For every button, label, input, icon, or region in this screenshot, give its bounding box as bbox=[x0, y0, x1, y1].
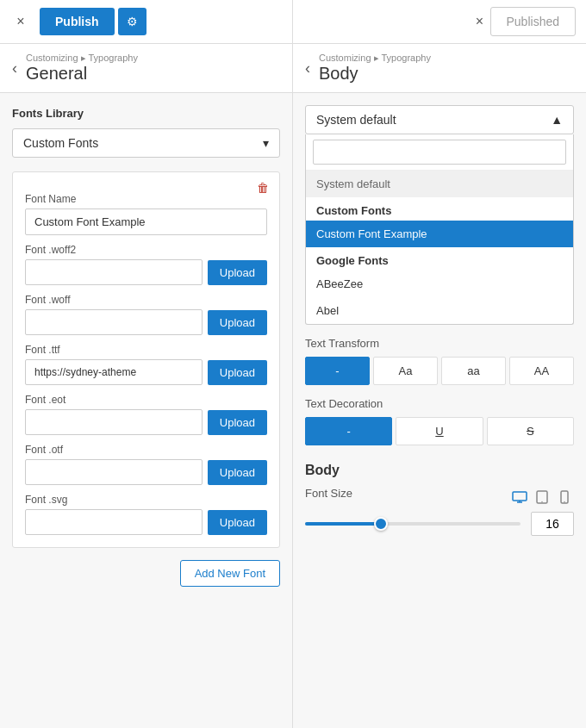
font-select-value: System default bbox=[316, 113, 396, 127]
text-decoration-label: Text Decoration bbox=[305, 397, 574, 410]
font-size-slider-row bbox=[305, 512, 574, 536]
svg-rect-0 bbox=[513, 492, 527, 501]
right-close-button[interactable]: × bbox=[470, 11, 490, 32]
right-page-title: Body bbox=[319, 64, 431, 84]
woff2-label: Font .woff2 bbox=[25, 244, 267, 256]
ttf-input[interactable] bbox=[25, 359, 203, 385]
left-panel: Fonts Library Custom Fonts ▾ 🗑 Font Name… bbox=[0, 93, 293, 728]
system-default-item[interactable]: System default bbox=[306, 171, 573, 197]
mobile-icon[interactable] bbox=[555, 488, 574, 507]
right-breadcrumb: Customizing ▸ Typography bbox=[319, 53, 431, 64]
font-select-button[interactable]: System default ▲ bbox=[305, 105, 574, 134]
font-name-input[interactable] bbox=[25, 208, 267, 235]
otf-row: Upload bbox=[25, 459, 267, 485]
right-top-bar: × Published bbox=[293, 0, 586, 43]
eot-row: Upload bbox=[25, 409, 267, 435]
svg-input[interactable] bbox=[25, 509, 203, 535]
dropdown-search-wrapper bbox=[306, 134, 573, 171]
body-section: Body Font Size bbox=[305, 463, 574, 536]
font-dropdown-panel: System default Custom Fonts Custom Font … bbox=[305, 134, 574, 325]
font-size-label: Font Size bbox=[305, 487, 352, 500]
fonts-library-title: Fonts Library bbox=[12, 107, 280, 120]
woff-label: Font .woff bbox=[25, 294, 267, 306]
add-new-font-button[interactable]: Add New Font bbox=[180, 560, 280, 587]
abeezeee-item[interactable]: ABeeZee bbox=[306, 271, 573, 297]
fonts-library-dropdown-value: Custom Fonts bbox=[23, 136, 98, 150]
transform-capitalize-button[interactable]: Aa bbox=[373, 357, 438, 385]
transform-uppercase-button[interactable]: AA bbox=[509, 357, 574, 385]
delete-icon[interactable]: 🗑 bbox=[257, 181, 269, 195]
transform-none-button[interactable]: - bbox=[305, 357, 370, 385]
publish-button[interactable]: Publish bbox=[40, 8, 115, 35]
font-size-slider[interactable] bbox=[305, 515, 521, 532]
svg-upload-button[interactable]: Upload bbox=[208, 510, 267, 535]
font-size-input[interactable] bbox=[531, 512, 574, 536]
woff2-upload-button[interactable]: Upload bbox=[208, 260, 267, 285]
ttf-row: Upload bbox=[25, 359, 267, 385]
eot-label: Font .eot bbox=[25, 394, 267, 406]
text-transform-row: - Aa aa AA bbox=[305, 357, 574, 385]
otf-upload-button[interactable]: Upload bbox=[208, 460, 267, 485]
slider-fill bbox=[305, 522, 381, 526]
chevron-down-icon: ▾ bbox=[263, 136, 269, 150]
decoration-none-button[interactable]: - bbox=[305, 417, 392, 445]
abel-item[interactable]: Abel bbox=[306, 297, 573, 324]
ttf-upload-button[interactable]: Upload bbox=[208, 360, 267, 385]
svg-row: Upload bbox=[25, 509, 267, 535]
woff-input[interactable] bbox=[25, 309, 203, 335]
gear-button[interactable]: ⚙ bbox=[118, 8, 146, 35]
otf-label: Font .otf bbox=[25, 444, 267, 456]
woff-upload-button[interactable]: Upload bbox=[208, 310, 267, 335]
device-icons-group bbox=[510, 488, 574, 507]
transform-lowercase-button[interactable]: aa bbox=[441, 357, 506, 385]
body-section-title: Body bbox=[305, 463, 574, 478]
left-page-title: General bbox=[26, 64, 138, 84]
right-panel: System default ▲ System default Custom F… bbox=[293, 93, 586, 728]
eot-input[interactable] bbox=[25, 409, 203, 435]
custom-fonts-group-label: Custom Fonts bbox=[306, 197, 573, 221]
font-select-wrapper: System default ▲ System default Custom F… bbox=[305, 105, 574, 325]
left-breadcrumb: Customizing ▸ Typography bbox=[26, 53, 138, 64]
chevron-up-icon: ▲ bbox=[551, 113, 563, 127]
text-decoration-row: - U S bbox=[305, 417, 574, 445]
woff2-input[interactable] bbox=[25, 259, 203, 285]
slider-thumb[interactable] bbox=[374, 517, 388, 531]
right-heading: ‹ Customizing ▸ Typography Body bbox=[293, 44, 586, 92]
svg-label: Font .svg bbox=[25, 494, 267, 506]
left-top-bar: × Publish ⚙ bbox=[0, 0, 293, 43]
eot-upload-button[interactable]: Upload bbox=[208, 410, 267, 435]
google-fonts-group-label: Google Fonts bbox=[306, 247, 573, 271]
decoration-underline-button[interactable]: U bbox=[396, 417, 483, 445]
dropdown-search-input[interactable] bbox=[313, 140, 566, 165]
text-transform-label: Text Transform bbox=[305, 337, 574, 350]
woff2-row: Upload bbox=[25, 259, 267, 285]
otf-input[interactable] bbox=[25, 459, 203, 485]
svg-point-4 bbox=[541, 501, 542, 501]
desktop-icon[interactable] bbox=[510, 488, 529, 507]
tablet-icon[interactable] bbox=[533, 488, 552, 507]
fonts-library-dropdown[interactable]: Custom Fonts ▾ bbox=[12, 128, 280, 158]
ttf-label: Font .ttf bbox=[25, 344, 267, 356]
left-close-button[interactable]: × bbox=[10, 11, 31, 32]
font-card: 🗑 Font Name Font .woff2 Upload Font .wof… bbox=[12, 171, 280, 548]
custom-font-example-item[interactable]: Custom Font Example bbox=[306, 221, 573, 247]
slider-track bbox=[305, 522, 521, 526]
svg-point-6 bbox=[564, 501, 564, 501]
right-back-arrow[interactable]: ‹ bbox=[305, 59, 310, 78]
left-heading: ‹ Customizing ▸ Typography General bbox=[0, 44, 293, 92]
woff-row: Upload bbox=[25, 309, 267, 335]
font-name-label: Font Name bbox=[25, 193, 267, 205]
left-back-arrow[interactable]: ‹ bbox=[12, 59, 17, 78]
published-button: Published bbox=[490, 7, 577, 36]
decoration-strikethrough-button[interactable]: S bbox=[487, 417, 574, 445]
